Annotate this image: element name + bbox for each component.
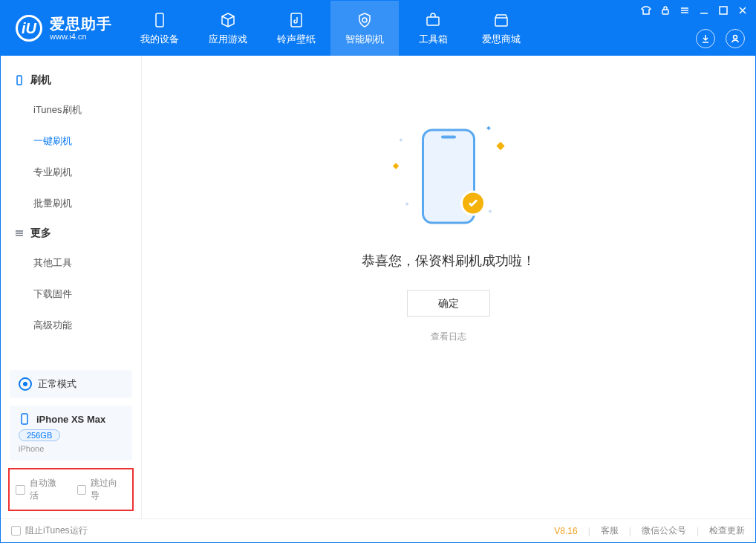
tab-label: 铃声壁纸 (277, 33, 316, 46)
tab-shop[interactable]: 爱思商城 (467, 1, 535, 56)
tab-toolbox[interactable]: 工具箱 (399, 1, 467, 56)
sparkle-icon (486, 126, 491, 130)
window-controls-bottom (696, 29, 745, 48)
section-label: 刷机 (30, 74, 51, 87)
cube-icon (219, 11, 237, 29)
main-panel: 恭喜您，保资料刷机成功啦！ 确定 查看日志 (142, 56, 755, 518)
dot-icon (400, 138, 403, 141)
header-tabs: 我的设备 应用游戏 铃声壁纸 智能刷机 工具箱 爱思商城 (126, 1, 535, 56)
tshirt-icon[interactable] (641, 5, 651, 16)
logo[interactable]: iU 爱思助手 www.i4.cn (1, 1, 126, 56)
svg-rect-3 (495, 18, 507, 26)
phone-small-icon (19, 413, 30, 425)
version-label: V8.16 (554, 526, 577, 536)
refresh-shield-icon (356, 11, 374, 29)
sidebar: 刷机 iTunes刷机 一键刷机 专业刷机 批量刷机 更多 其他工具 下载固件 … (1, 56, 142, 518)
checkbox-icon (11, 526, 21, 536)
tab-label: 我的设备 (140, 33, 179, 46)
tab-ringtones[interactable]: 铃声壁纸 (262, 1, 330, 56)
dot-icon (489, 209, 492, 212)
header: iU 爱思助手 www.i4.cn 我的设备 应用游戏 铃声壁纸 智能刷机 (1, 1, 755, 56)
tab-smart-flash[interactable]: 智能刷机 (330, 1, 399, 56)
download-icon[interactable] (696, 29, 715, 48)
tab-label: 爱思商城 (482, 33, 521, 46)
checkbox-icon (16, 485, 25, 495)
checkbox-skip-guide[interactable]: 跳过向导 (77, 477, 127, 502)
logo-icon: iU (16, 15, 42, 42)
highlighted-checkbox-group: 自动激活 跳过向导 (8, 468, 134, 511)
checkbox-label: 阻止iTunes运行 (25, 524, 88, 537)
sidebar-item-download-firmware[interactable]: 下载固件 (1, 279, 141, 310)
lock-icon[interactable] (660, 5, 671, 16)
mode-label: 正常模式 (38, 377, 76, 391)
check-badge-icon (460, 190, 486, 215)
svg-rect-5 (720, 7, 727, 14)
sidebar-item-itunes-flash[interactable]: iTunes刷机 (1, 94, 141, 126)
success-message: 恭喜您，保资料刷机成功啦！ (362, 251, 535, 269)
device-type: iPhone (19, 444, 123, 453)
music-file-icon (287, 11, 305, 29)
svg-rect-7 (17, 76, 22, 85)
minimize-icon[interactable] (699, 5, 709, 16)
app-url: www.i4.cn (50, 32, 112, 41)
check-update-link[interactable]: 检查更新 (709, 524, 745, 537)
sidebar-item-batch-flash[interactable]: 批量刷机 (1, 188, 141, 219)
device-mode-card[interactable]: 正常模式 (10, 370, 132, 398)
checkbox-auto-activate[interactable]: 自动激活 (16, 477, 65, 502)
menu-icon[interactable] (680, 5, 690, 16)
dot-icon (405, 202, 408, 205)
sidebar-item-advanced[interactable]: 高级功能 (1, 310, 141, 341)
sidebar-item-other-tools[interactable]: 其他工具 (1, 247, 141, 279)
ok-button[interactable]: 确定 (407, 290, 490, 316)
sparkle-icon (393, 163, 399, 169)
device-name: iPhone XS Max (36, 414, 105, 425)
mode-indicator-icon (19, 377, 32, 391)
tab-apps-games[interactable]: 应用游戏 (194, 1, 262, 56)
section-label: 更多 (30, 227, 51, 240)
sidebar-section-more: 更多 (1, 219, 141, 247)
window-controls-top (641, 5, 748, 16)
checkbox-icon (77, 485, 87, 495)
status-bar: 阻止iTunes运行 V8.16 | 客服 | 微信公众号 | 检查更新 (1, 518, 755, 542)
view-log-link[interactable]: 查看日志 (431, 330, 466, 342)
success-illustration (389, 120, 508, 232)
list-icon (14, 228, 25, 238)
svg-rect-8 (22, 414, 27, 424)
user-icon[interactable] (726, 29, 745, 48)
tab-label: 智能刷机 (345, 33, 384, 46)
success-pane: 恭喜您，保资料刷机成功啦！ 确定 查看日志 (362, 120, 535, 342)
svg-rect-4 (662, 10, 668, 14)
app-window: iU 爱思助手 www.i4.cn 我的设备 应用游戏 铃声壁纸 智能刷机 (0, 0, 756, 543)
app-name: 爱思助手 (50, 16, 112, 32)
close-icon[interactable] (737, 5, 748, 16)
checkbox-label: 自动激活 (30, 477, 65, 502)
support-link[interactable]: 客服 (601, 524, 619, 537)
phone-icon (151, 11, 169, 29)
sparkle-icon (496, 142, 504, 150)
svg-point-6 (734, 36, 737, 39)
device-info-card[interactable]: iPhone XS Max 256GB iPhone (10, 406, 132, 461)
maximize-icon[interactable] (718, 5, 729, 16)
toolbox-icon (424, 11, 442, 29)
svg-rect-1 (291, 13, 302, 27)
device-capacity: 256GB (19, 429, 60, 441)
tab-label: 工具箱 (419, 33, 448, 46)
checkbox-label: 跳过向导 (91, 477, 126, 502)
sidebar-item-oneclick-flash[interactable]: 一键刷机 (1, 126, 141, 157)
wechat-link[interactable]: 微信公众号 (642, 524, 686, 537)
device-icon (14, 75, 25, 85)
shop-icon (492, 11, 510, 29)
checkbox-block-itunes[interactable]: 阻止iTunes运行 (11, 524, 88, 537)
body: 刷机 iTunes刷机 一键刷机 专业刷机 批量刷机 更多 其他工具 下载固件 … (1, 56, 755, 518)
sidebar-item-pro-flash[interactable]: 专业刷机 (1, 157, 141, 188)
tab-my-device[interactable]: 我的设备 (126, 1, 194, 56)
svg-rect-2 (427, 17, 439, 25)
svg-rect-0 (156, 13, 163, 27)
tab-label: 应用游戏 (209, 33, 247, 46)
sidebar-section-flash: 刷机 (1, 66, 141, 94)
